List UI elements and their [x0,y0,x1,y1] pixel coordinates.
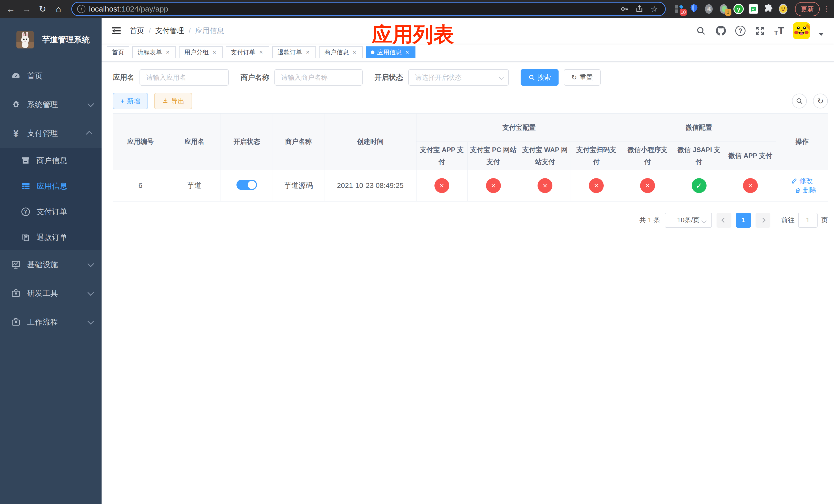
col-wechat-jsapi: 微信 JSAPI 支付 [673,142,725,170]
page-number-1[interactable]: 1 [736,213,751,228]
breadcrumb: 首页 / 支付管理 / 应用信息 [130,26,224,36]
extension-recorder-icon[interactable]: 1 [718,3,729,15]
col-wechat-mini: 微信小程序支付 [622,142,673,170]
github-icon[interactable] [715,25,727,37]
sidebar-item-workflow[interactable]: 工作流程 [0,307,102,336]
breadcrumb-payment[interactable]: 支付管理 [155,26,184,36]
share-icon[interactable] [634,3,645,15]
extension-grid-icon[interactable]: 10 [674,3,685,15]
header-search-icon[interactable] [695,25,706,37]
extension-balloon-icon[interactable] [688,3,700,15]
tab-home[interactable]: 首页 [107,46,129,58]
close-icon[interactable]: × [351,49,357,55]
sidebar-item-app-info[interactable]: 应用信息 [0,173,102,199]
forward-icon[interactable]: → [20,2,34,16]
extension-y-icon[interactable]: y [733,3,744,15]
bookmark-star-icon[interactable]: ☆ [649,3,660,15]
edit-link[interactable]: 修改 [791,176,813,185]
close-icon[interactable]: × [404,49,410,55]
sidebar-item-refund-order[interactable]: 退款订单 [0,225,102,250]
app-name-input[interactable] [139,69,229,86]
app-name-label: 应用名 [113,72,134,82]
tab-user-group[interactable]: 用户分组× [179,46,223,58]
sidebar-item-system[interactable]: 系统管理 [0,90,102,119]
extension-command-icon[interactable]: ⌘ [703,3,715,15]
close-icon[interactable]: × [258,49,264,55]
merchant-name-input[interactable] [275,69,363,86]
tab-refund-order[interactable]: 退款订单× [272,46,316,58]
page-size-select[interactable]: 10条/页 [665,213,712,228]
avatar[interactable] [793,22,810,39]
sidebar-item-pay-order[interactable]: ¥ 支付订单 [0,199,102,225]
goto-page-input[interactable] [798,213,818,228]
yen-icon: ¥ [10,128,22,139]
alipay-app-status-icon: × [435,178,449,193]
chevron-left-icon [721,217,727,223]
dashboard-icon [10,71,22,81]
wechat-mini-status-icon: × [640,178,655,193]
address-bar[interactable]: i localhost:1024/pay/app ☆ [71,2,666,16]
extensions-puzzle-icon[interactable] [763,3,774,15]
sidebar-item-payment[interactable]: ¥ 支付管理 [0,119,102,148]
tab-process-form[interactable]: 流程表单× [132,46,176,58]
show-search-icon-button[interactable] [792,94,807,109]
close-icon[interactable]: × [211,49,218,55]
sidebar-item-infrastructure[interactable]: 基础设施 [0,250,102,279]
font-size-icon[interactable]: TT [774,25,784,37]
col-operations: 操作 [776,114,828,170]
toolbar: + 新增 导出 ↻ [113,93,828,109]
filter-form: 应用名 商户名称 开启状态 搜索 ↻ 重置 [113,69,828,86]
main-header: 首页 / 支付管理 / 应用信息 ? TT [102,18,834,44]
header-actions: ? TT [695,22,824,39]
home-icon[interactable]: ⌂ [51,2,66,16]
breadcrumb-home[interactable]: 首页 [130,26,144,36]
reset-button[interactable]: ↻ 重置 [564,69,601,86]
sidebar-item-dev-tools[interactable]: 研发工具 [0,279,102,307]
chrome-update-button[interactable]: 更新 [795,2,820,16]
delete-link[interactable]: 删除 [795,186,816,194]
sidebar-item-home[interactable]: 首页 [0,62,102,90]
sidebar-item-label: 研发工具 [27,288,88,299]
avatar-caret-icon[interactable] [819,33,824,36]
extension-badge: 1 [725,9,731,16]
sidebar-collapse-icon[interactable] [110,25,123,37]
app-logo-row[interactable]: 芋道管理系统 [0,18,102,62]
profile-emoji-icon[interactable] [777,3,789,15]
extension-badge: 10 [680,9,687,16]
col-alipay-app: 支付宝 APP 支付 [416,142,467,170]
goto-label: 前往 [781,215,794,225]
password-key-icon[interactable] [619,3,630,15]
status-toggle[interactable] [237,180,257,190]
chevron-down-icon [87,318,94,324]
next-page-button[interactable] [755,213,770,228]
sidebar-item-merchant-info[interactable]: 商户信息 [0,148,102,173]
tab-merchant-info[interactable]: 商户信息× [319,46,363,58]
export-button[interactable]: 导出 [154,93,192,109]
col-created: 创建时间 [324,114,416,170]
site-info-icon[interactable]: i [77,5,85,13]
tabs-bar: 首页 流程表单× 用户分组× 支付订单× 退款订单× 商户信息× 应用信息× [102,44,834,62]
add-button[interactable]: + 新增 [113,93,148,109]
help-icon[interactable]: ? [735,26,746,36]
close-icon[interactable]: × [305,49,311,55]
close-icon[interactable]: × [164,49,171,55]
reload-icon[interactable]: ↻ [36,2,50,16]
extension-chat-icon[interactable] [748,3,759,15]
cell-created: 2021-10-23 08:49:25 [324,170,416,201]
status-select[interactable] [408,69,509,86]
search-button[interactable]: 搜索 [521,69,558,86]
refresh-table-button[interactable]: ↻ [813,94,828,109]
payment-submenu: 商户信息 应用信息 ¥ 支付订单 退款订单 [0,148,102,250]
sidebar-item-label: 退款订单 [37,232,92,243]
browser-menu-icon[interactable]: ⋮ [823,7,830,11]
cell-app-name: 芋道 [168,170,221,201]
prev-page-button[interactable] [717,213,731,228]
refresh-icon: ↻ [571,74,577,82]
tab-pay-order[interactable]: 支付订单× [226,46,269,58]
col-status: 开启状态 [221,114,273,170]
pagination: 共 1 条 10条/页 1 前往 页 [113,213,828,228]
fullscreen-icon[interactable] [754,25,766,37]
trash-icon [795,187,801,193]
sidebar-item-label: 基础设施 [27,259,88,270]
back-icon[interactable]: ← [4,2,18,16]
